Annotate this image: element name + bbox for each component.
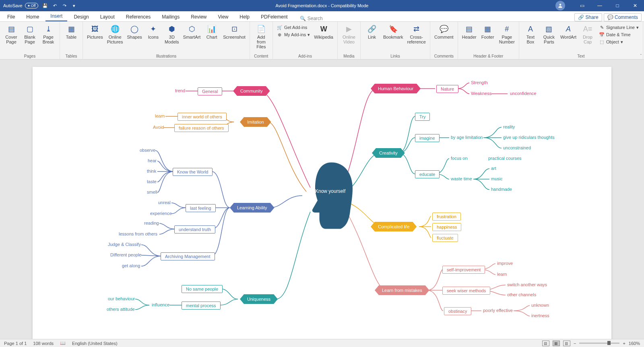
node-our-behaviour: our behaviour: [106, 295, 136, 302]
date-time-button[interactable]: 📅Date & Time: [599, 31, 639, 38]
menu-home[interactable]: Home: [21, 12, 44, 21]
menu-layout[interactable]: Layout: [95, 12, 120, 21]
screenshot-button[interactable]: ⊡Screenshot: [221, 23, 247, 40]
node-think: think: [145, 168, 158, 174]
node-general: General: [198, 87, 222, 95]
chart-button[interactable]: 📊Chart: [203, 23, 221, 40]
table-button[interactable]: ▦Table: [62, 23, 80, 40]
menu-review[interactable]: Review: [186, 12, 211, 21]
blank-page-button[interactable]: ▢BlankPage: [21, 23, 39, 45]
node-focus-on: focus on: [449, 155, 469, 161]
menu-pdfelement[interactable]: PDFelement: [256, 12, 293, 21]
status-proofing-icon[interactable]: 📖: [60, 341, 66, 346]
menu-design[interactable]: Design: [69, 12, 93, 21]
status-language[interactable]: English (United States): [72, 341, 118, 346]
node-handmade: handmade: [489, 186, 514, 192]
menu-help[interactable]: Help: [235, 12, 254, 21]
node-unconfidence: unconfidence: [508, 90, 538, 97]
node-obstinacy: obstinacy: [444, 307, 471, 315]
node-switch: switch another ways: [506, 281, 549, 288]
search-box[interactable]: 🔍 Search: [300, 16, 323, 21]
center-head-icon: [298, 159, 359, 232]
node-frustration: frustration: [432, 213, 461, 221]
close-icon[interactable]: ✕: [626, 3, 644, 8]
node-poorly: poorly effective: [481, 307, 514, 314]
minimize-icon[interactable]: —: [591, 3, 609, 8]
web-layout-icon[interactable]: ▥: [563, 341, 570, 346]
status-page[interactable]: Page 1 of 1: [4, 341, 27, 346]
text-box-button[interactable]: ATextBox: [522, 23, 539, 45]
zoom-in-icon[interactable]: +: [623, 341, 625, 346]
node-last-feeling: last feeling: [186, 204, 216, 212]
undo-icon[interactable]: ↶: [52, 3, 58, 8]
node-judge: Judge & Classify: [106, 241, 142, 248]
qat-more-icon[interactable]: ▾: [71, 3, 77, 8]
node-give-up: give up ridiculars thoughts: [502, 134, 556, 140]
node-get-along: get along: [120, 262, 142, 269]
page-break-button[interactable]: ⤓PageBreak: [39, 23, 57, 45]
node-uniqueness: Uniqueness: [240, 294, 278, 304]
status-bar: Page 1 of 1 108 words 📖 English (United …: [0, 339, 644, 347]
node-strength: Strength: [469, 79, 489, 86]
comment-button[interactable]: 💬Comment: [433, 23, 455, 40]
cover-page-button[interactable]: ▤CoverPage: [2, 23, 20, 45]
svg-point-0: [559, 4, 561, 6]
autosave-toggle[interactable]: AutoSave ● Off: [3, 3, 38, 8]
zoom-out-icon[interactable]: −: [574, 341, 576, 346]
online-video-button[interactable]: ▶OnlineVideo: [340, 23, 358, 45]
shapes-button[interactable]: ◯Shapes: [126, 23, 144, 40]
get-addins-button[interactable]: 🛒Get Add-ins: [277, 24, 310, 31]
footer-button[interactable]: ▦Footer: [479, 23, 497, 40]
bookmark-button[interactable]: 🔖Bookmark: [382, 23, 405, 40]
redo-icon[interactable]: ↷: [62, 3, 67, 8]
collapse-ribbon-icon[interactable]: ˆ: [640, 54, 642, 58]
smartart-button[interactable]: ⬡SmartArt: [182, 23, 202, 40]
signature-line-button[interactable]: ✎Signature Line ▾: [599, 24, 639, 31]
save-icon[interactable]: 💾: [42, 3, 48, 8]
add-from-files-button[interactable]: 📄Add fromFiles: [252, 23, 270, 50]
header-button[interactable]: ▤Header: [460, 23, 478, 40]
wordart-button[interactable]: AWordArt: [559, 23, 578, 40]
3d-models-button[interactable]: ⬢3DModels: [163, 23, 181, 45]
zoom-slider[interactable]: [579, 343, 619, 344]
zoom-level[interactable]: 160%: [629, 341, 640, 346]
comments-button[interactable]: 💬 Comments: [604, 13, 642, 21]
drop-cap-button[interactable]: A≡DropCap: [579, 23, 597, 45]
ribbon-options-icon[interactable]: ▭: [573, 3, 591, 8]
menu-file[interactable]: File: [2, 12, 20, 21]
document-title: Avoid Fragmentation.docx - Compatibility…: [276, 3, 369, 8]
link-button[interactable]: 🔗Link: [363, 23, 381, 40]
pictures-button[interactable]: 🖼Pictures: [85, 23, 105, 40]
page-number-button[interactable]: #PageNumber: [497, 23, 516, 45]
document-area: Know yourself Community General trend Im…: [0, 60, 644, 339]
group-text: ATextBox ▧QuickParts AWordArt A≡DropCap …: [519, 22, 643, 59]
user-avatar[interactable]: [555, 1, 565, 10]
node-know-world: Know the World: [173, 168, 213, 176]
node-archiving: Archiving Management: [161, 252, 215, 260]
wikipedia-button[interactable]: WWikipedia: [312, 23, 335, 40]
menu-insert[interactable]: Insert: [45, 12, 67, 21]
icons-button[interactable]: ✦Icons: [144, 23, 162, 40]
node-trend: trend: [173, 87, 187, 94]
node-community: Community: [233, 86, 270, 96]
share-button[interactable]: 🔗 Share: [574, 13, 602, 21]
cross-reference-button[interactable]: ⇄Cross-reference: [406, 23, 427, 45]
menu-mailings[interactable]: Mailings: [157, 12, 184, 21]
node-learn-mistakes: Learn from mistakes: [375, 285, 429, 295]
my-addins-button[interactable]: ⊕My Add-ins ▾: [277, 31, 310, 38]
object-button[interactable]: ⬚Object ▾: [599, 39, 639, 45]
node-complicated-life: Complicated life: [371, 222, 417, 231]
ribbon: ▤CoverPage ▢BlankPage ⤓PageBreak Pages ▦…: [0, 22, 644, 60]
online-pictures-button[interactable]: 🌐OnlinePictures: [105, 23, 125, 45]
read-mode-icon[interactable]: ▤: [542, 341, 549, 346]
print-layout-icon[interactable]: ▦: [553, 341, 560, 346]
menu-view[interactable]: View: [213, 12, 233, 21]
node-observe: observe: [138, 147, 157, 153]
node-inertness: inertness: [530, 312, 551, 319]
maximize-icon[interactable]: □: [609, 3, 626, 8]
title-bar: AutoSave ● Off 💾 ↶ ↷ ▾ Avoid Fragmentati…: [0, 0, 644, 11]
quick-parts-button[interactable]: ▧QuickParts: [540, 23, 558, 45]
status-words[interactable]: 108 words: [33, 341, 54, 346]
node-self-improvement: self-improvement: [442, 266, 485, 274]
menu-references[interactable]: References: [121, 12, 155, 21]
